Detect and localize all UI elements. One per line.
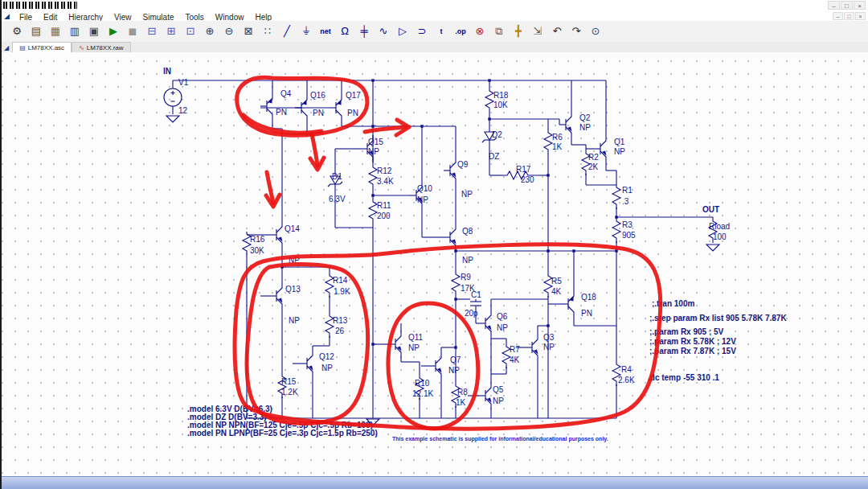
menu-item-window[interactable]: Window — [210, 13, 250, 22]
tile-horizontal-icon[interactable]: ⊟ — [143, 23, 161, 40]
move-icon[interactable]: ╋ — [510, 23, 527, 40]
npn-transistor — [270, 221, 283, 249]
schematic-text: 30K — [250, 246, 264, 255]
spice-directive-icon[interactable]: .op — [452, 23, 469, 40]
draw-wire-icon[interactable]: ╱ — [278, 23, 296, 40]
schematic-text: .model PN LPNP(BF=25 Cje=.3p Cjc=1.5p Rb… — [187, 429, 378, 438]
new-schematic-icon[interactable]: ▤ — [27, 23, 45, 40]
schematic-text: PN — [347, 109, 358, 117]
place-diode-icon[interactable]: ▷ — [394, 23, 411, 40]
schematic-text: ;.param Rx 5.78K ; 12V — [649, 337, 736, 346]
tile-vertical-icon[interactable]: ⊞ — [162, 23, 180, 40]
place-component-icon[interactable]: ⊃ — [413, 23, 431, 40]
junction-dot — [420, 125, 423, 127]
zoom-area-icon[interactable]: ⊙ — [587, 23, 604, 40]
schematic-text: 1.9K — [334, 287, 350, 296]
waveform-file-icon: ∿ — [79, 44, 84, 51]
place-resistor-icon[interactable]: Ω — [336, 23, 354, 40]
junction-dot — [371, 125, 374, 127]
menu-item-edit[interactable]: Edit — [38, 13, 63, 22]
tab-lm78xx.raw[interactable]: ∿LM78XX.raw — [72, 42, 131, 52]
red-annotations-layer — [235, 77, 661, 429]
text-tool-icon[interactable]: t — [432, 23, 450, 40]
schematic-text: .3 — [622, 197, 629, 206]
place-ground-icon[interactable]: ⏚ — [297, 23, 315, 40]
junction-dot — [572, 249, 575, 252]
menu-item-simulate[interactable]: Simulate — [137, 13, 180, 22]
schematic-text: Q1 — [614, 138, 625, 146]
resistor — [612, 185, 620, 209]
schematic-text: Q6 — [497, 312, 508, 321]
schematic-text: NP — [417, 195, 428, 204]
tab-label: LM78XX.raw — [87, 44, 124, 51]
place-inductor-icon[interactable]: ∿ — [375, 23, 392, 40]
schematic-text: R16 — [250, 235, 265, 244]
resistor — [369, 165, 377, 189]
schematic-text: ;.param Rx 7.87K ; 15V — [649, 347, 736, 355]
resistor — [612, 219, 620, 243]
open-file-icon[interactable]: ▦ — [47, 23, 64, 40]
voltage-source — [164, 88, 182, 106]
zoom-out-icon[interactable]: ⊖ — [220, 23, 238, 40]
cascade-windows-icon[interactable]: ⊡ — [182, 23, 199, 40]
tab-lm78xx.asc[interactable]: ▤LM78XX.asc — [12, 42, 72, 52]
schematic-text: Q4 — [280, 89, 292, 98]
schematic-text: R4 — [621, 365, 632, 374]
undo-icon[interactable]: ↶ — [548, 23, 566, 40]
schematic-text: PN — [313, 109, 324, 117]
save-icon[interactable]: ▥ — [66, 23, 84, 40]
child-minimize-button[interactable]: – — [833, 12, 843, 20]
child-restore-button[interactable]: □ — [844, 12, 854, 20]
npn-transistor — [301, 350, 313, 377]
schematic-text: 100 — [713, 232, 727, 241]
drag-icon[interactable]: ⇲ — [529, 23, 547, 40]
resistor — [452, 272, 460, 296]
halt-icon[interactable]: ◼ — [124, 23, 141, 40]
close-button[interactable]: × — [854, 1, 866, 10]
menu-item-view[interactable]: View — [108, 13, 137, 22]
schematic-text: 6.3V — [329, 195, 346, 203]
schematic-text: Q10 — [417, 184, 432, 193]
schematic-canvas[interactable]: INV112Q4PNQ16PNQ17PNQ15NPR1810KD2DZQ2NPR… — [2, 52, 868, 476]
run-icon[interactable]: ▶ — [104, 23, 122, 40]
junction-dot — [547, 249, 549, 252]
schematic-text: 10K — [493, 101, 508, 109]
settings-gear-icon[interactable]: ⚙ — [8, 23, 26, 40]
junction-dot — [454, 249, 457, 252]
child-close-button[interactable]: × — [855, 12, 866, 20]
npn-transistor — [526, 334, 538, 361]
print-icon[interactable]: ▣ — [85, 23, 103, 40]
schematic-text: Q12 — [319, 352, 334, 361]
window-controls: – □ × — [828, 1, 868, 10]
schematic-text: R6 — [552, 133, 563, 142]
schematic-text: Q5 — [493, 385, 504, 394]
maximize-button[interactable]: □ — [841, 1, 853, 10]
place-capacitor-icon[interactable]: ╪ — [355, 23, 373, 40]
menu-item-tools[interactable]: Tools — [179, 13, 209, 22]
minimize-button[interactable]: – — [828, 1, 840, 10]
schematic-text: OUT — [702, 205, 719, 214]
junction-dot — [547, 174, 549, 176]
zoom-in-icon[interactable]: ⊕ — [201, 23, 219, 40]
menu-item-file[interactable]: File — [14, 13, 38, 22]
schematic-text: R15 — [281, 377, 297, 386]
junction-dot — [454, 298, 457, 300]
zoom-full-extents-icon[interactable]: ⊠ — [240, 23, 257, 40]
redo-icon[interactable]: ↷ — [567, 23, 585, 40]
delete-icon[interactable]: ⊗ — [471, 23, 489, 40]
schematic-text: R2 — [588, 153, 599, 162]
duplicate-icon[interactable]: ⧉ — [490, 23, 508, 40]
ground-symbol — [706, 244, 719, 251]
schematic-text: PN — [581, 309, 592, 318]
schematic-text: 200 — [377, 212, 391, 220]
schematic-text: NP — [408, 343, 420, 352]
schematic-text: NP — [462, 256, 473, 265]
show-grid-icon[interactable]: ∷ — [259, 23, 276, 40]
schematic-text: Q14 — [285, 224, 300, 233]
schematic-text: R1 — [622, 186, 633, 195]
label-net-icon[interactable]: net — [317, 23, 334, 40]
menu-item-help[interactable]: Help — [249, 13, 277, 22]
menu-item-hierarchy[interactable]: Hierarchy — [63, 13, 108, 22]
schematic-text: NP — [461, 190, 473, 199]
schematic-text: R5 — [551, 277, 562, 286]
